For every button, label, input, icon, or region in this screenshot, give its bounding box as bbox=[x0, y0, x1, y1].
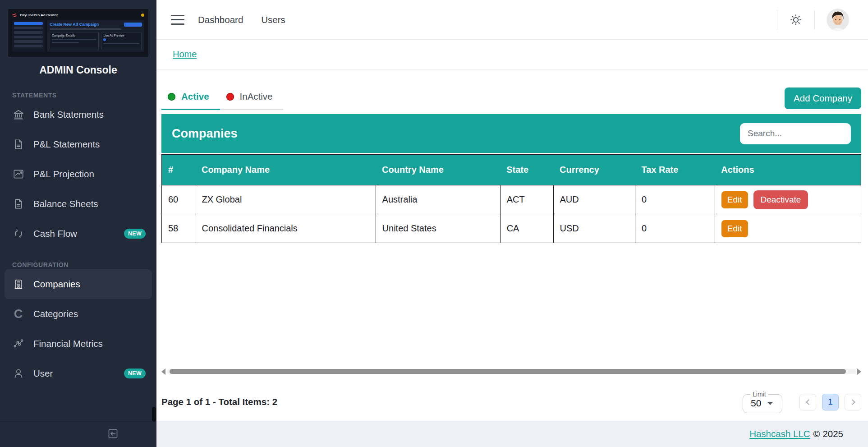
page-button-1[interactable]: 1 bbox=[822, 394, 839, 410]
search-input[interactable] bbox=[740, 123, 851, 144]
limit-value: 50 bbox=[751, 398, 761, 409]
sidebar-item-user[interactable]: UserNEW bbox=[0, 359, 156, 388]
sidebar-section-label: CONFIGURATION bbox=[0, 261, 156, 268]
table-row: 58Consolidated FinancialsUnited StatesCA… bbox=[162, 214, 861, 243]
logo-mini-sidebar bbox=[12, 20, 45, 52]
cell-company: ZX Global bbox=[195, 185, 376, 214]
chevron-left-icon bbox=[806, 399, 812, 405]
sidebar-item-p-l-statements[interactable]: P&L Statements bbox=[0, 129, 156, 159]
copyright-text: © 2025 bbox=[813, 429, 843, 439]
cell-id: 58 bbox=[162, 214, 195, 243]
theme-toggle-button[interactable] bbox=[777, 13, 814, 27]
horizontal-scrollbar bbox=[161, 368, 861, 375]
column-header-tax-rate: Tax Rate bbox=[635, 155, 715, 185]
logo-mini-main: Create New Ad Campaign Campaign Details … bbox=[47, 20, 144, 52]
sidebar-item-p-l-projection[interactable]: P&L Projection bbox=[0, 159, 156, 189]
sidebar-scrollbar-thumb[interactable] bbox=[152, 407, 156, 422]
deactivate-button[interactable]: Deactivate bbox=[753, 190, 808, 209]
document-icon bbox=[12, 138, 24, 151]
topbar-link-users[interactable]: Users bbox=[261, 14, 285, 25]
tab-label: InActive bbox=[240, 91, 273, 102]
prev-page-button[interactable] bbox=[799, 394, 816, 410]
person-icon bbox=[12, 368, 24, 380]
paylinepro-logo-icon bbox=[12, 14, 18, 17]
logo-card-right-title: Live Ad Preview bbox=[103, 34, 139, 37]
new-badge: NEW bbox=[124, 369, 146, 378]
caret-down-icon bbox=[767, 402, 773, 405]
app-logo[interactable]: PayLinePro Ad Center Create New Ad Campa… bbox=[8, 9, 148, 57]
scroll-right-arrow-icon[interactable] bbox=[857, 369, 861, 375]
topbar-link-dashboard[interactable]: Dashboard bbox=[198, 14, 243, 25]
table-header-row: #Company NameCountry NameStateCurrencyTa… bbox=[162, 155, 861, 185]
next-page-button[interactable] bbox=[845, 394, 861, 410]
limit-select[interactable]: Limit 50 bbox=[743, 391, 782, 413]
collapse-arrow-icon bbox=[107, 428, 119, 440]
logo-card-left-title: Campaign Details bbox=[52, 34, 96, 37]
sidebar-item-label: P&L Statements bbox=[33, 139, 100, 150]
document-icon bbox=[12, 198, 24, 210]
tab-label: Active bbox=[181, 91, 209, 102]
sidebar-item-label: Bank Statements bbox=[33, 109, 104, 120]
cell-id: 60 bbox=[162, 185, 195, 214]
sidebar-item-label: Cash Flow bbox=[33, 228, 77, 239]
add-company-button[interactable]: Add Company bbox=[785, 88, 861, 109]
bank-icon bbox=[12, 109, 24, 121]
sun-icon bbox=[789, 13, 803, 27]
page-buttons: 1 bbox=[822, 394, 839, 410]
chevron-right-icon bbox=[850, 399, 855, 405]
avatar[interactable] bbox=[827, 9, 849, 31]
column-header-state: State bbox=[500, 155, 553, 185]
sidebar-item-balance-sheets[interactable]: Balance Sheets bbox=[0, 189, 156, 219]
main-content: DashboardUsers bbox=[156, 0, 868, 447]
topbar: DashboardUsers bbox=[156, 0, 868, 40]
breadcrumb-home-link[interactable]: Home bbox=[173, 49, 197, 60]
column-header-actions: Actions bbox=[715, 155, 861, 185]
page-body: ActiveInActive Add Company Companies #Co… bbox=[156, 69, 868, 421]
sidebar-item-label: User bbox=[33, 368, 53, 379]
cycle-icon bbox=[12, 228, 24, 240]
cell-currency: USD bbox=[553, 214, 635, 243]
sidebar-item-financial-metrics[interactable]: Financial Metrics bbox=[0, 329, 156, 359]
cell-tax_rate: 0 bbox=[635, 214, 715, 243]
sidebar-section-label: STATEMENTS bbox=[0, 92, 156, 99]
limit-label: Limit bbox=[750, 391, 768, 398]
edit-button[interactable]: Edit bbox=[721, 191, 748, 208]
sidebar-item-bank-statements[interactable]: Bank Statements bbox=[0, 100, 156, 129]
new-badge: NEW bbox=[124, 229, 146, 239]
sidebar: PayLinePro Ad Center Create New Ad Campa… bbox=[0, 0, 156, 447]
hamburger-menu-icon[interactable] bbox=[171, 15, 184, 25]
column-header-currency: Currency bbox=[553, 155, 635, 185]
pagination-bar: Page 1 of 1 - Total Items: 2 Limit 50 1 bbox=[161, 387, 861, 417]
scrollbar-thumb[interactable] bbox=[170, 369, 846, 374]
chart-line-icon bbox=[12, 168, 24, 180]
cell-country: Australia bbox=[376, 185, 500, 214]
column-header-company-name: Company Name bbox=[195, 155, 376, 185]
pager: 1 bbox=[799, 394, 861, 410]
sidebar-item-label: Balance Sheets bbox=[33, 198, 98, 209]
footer: Hashcash LLC © 2025 bbox=[156, 421, 868, 447]
tabs: ActiveInActive bbox=[161, 91, 283, 110]
cell-actions: EditDeactivate bbox=[715, 185, 861, 214]
cell-country: United States bbox=[376, 214, 500, 243]
sidebar-item-companies[interactable]: Companies bbox=[5, 269, 152, 299]
scrollbar-track[interactable] bbox=[167, 369, 856, 374]
cell-state: CA bbox=[500, 214, 553, 243]
sidebar-item-label: P&L Projection bbox=[33, 169, 94, 180]
cell-state: ACT bbox=[500, 185, 553, 214]
sidebar-collapse-button[interactable] bbox=[106, 427, 119, 441]
companies-panel: Companies #Company NameCountry NameState… bbox=[161, 110, 861, 243]
sidebar-item-categories[interactable]: CCategories bbox=[0, 299, 156, 329]
footer-company-link[interactable]: Hashcash LLC bbox=[749, 429, 810, 439]
sidebar-nav: STATEMENTSBank StatementsP&L StatementsP… bbox=[0, 77, 156, 420]
sidebar-footer bbox=[0, 420, 156, 447]
letter-c-icon: C bbox=[12, 308, 24, 320]
sidebar-item-label: Companies bbox=[33, 279, 80, 290]
sidebar-title: ADMIN Console bbox=[0, 64, 156, 76]
sidebar-item-cash-flow[interactable]: Cash FlowNEW bbox=[0, 219, 156, 249]
tab-inactive[interactable]: InActive bbox=[220, 91, 284, 110]
edit-button[interactable]: Edit bbox=[721, 220, 748, 237]
scroll-left-arrow-icon[interactable] bbox=[161, 369, 165, 375]
table-body: 60ZX GlobalAustraliaACTAUD0EditDeactivat… bbox=[162, 185, 861, 243]
tab-active[interactable]: Active bbox=[161, 91, 220, 110]
page-summary: Page 1 of 1 - Total Items: 2 bbox=[161, 396, 277, 407]
